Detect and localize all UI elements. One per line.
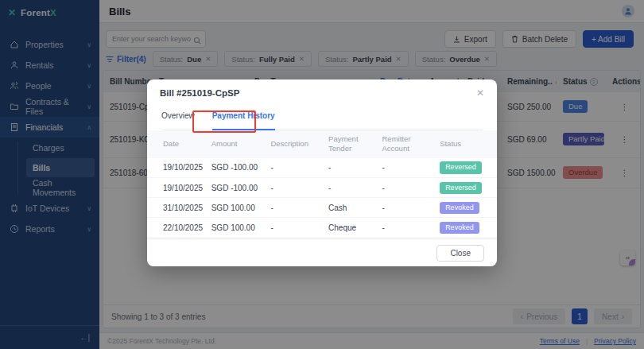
tab-payment-history[interactable]: Payment History [212,107,275,130]
payment-status-badge: Revoked [440,222,479,234]
payment-row: 19/10/2025 SGD -100.00 - - - Reversed [147,158,497,178]
payment-status-badge: Reversed [440,182,482,194]
payment-row: 22/10/2025 SGD 100.00 - Cheque - Revoked [147,218,497,238]
payment-status-badge: Reversed [440,161,482,173]
modal-title: Bill #251019-CpSP [160,88,239,98]
tab-overview[interactable]: Overview [161,107,195,130]
modal-header: Bill #251019-CpSP ✕ [147,79,497,107]
app-screen: ✕ ForentX Properties ∨ Rentals ∨ People … [0,0,644,349]
col-status: Status [435,130,497,158]
payment-history-table: Date Amount Description Payment Tender R… [147,130,497,238]
col-date: Date [147,130,207,158]
payment-row: 31/10/2025 SGD 100.00 - Cash - Revoked [147,198,497,218]
col-amount: Amount [207,130,266,158]
bill-detail-modal: Bill #251019-CpSP ✕ Overview Payment His… [147,79,497,266]
close-icon[interactable]: ✕ [476,87,484,99]
col-payment-tender: Payment Tender [324,130,377,158]
col-description: Description [266,130,324,158]
modal-tabs: Overview Payment History [161,107,483,130]
col-remitter-account: Remitter Account [377,130,435,158]
modal-footer: Close [147,238,497,266]
close-button[interactable]: Close [436,245,484,262]
payment-row: 19/10/2025 SGD -100.00 - - - Reversed [147,178,497,198]
payment-status-badge: Revoked [440,202,479,214]
